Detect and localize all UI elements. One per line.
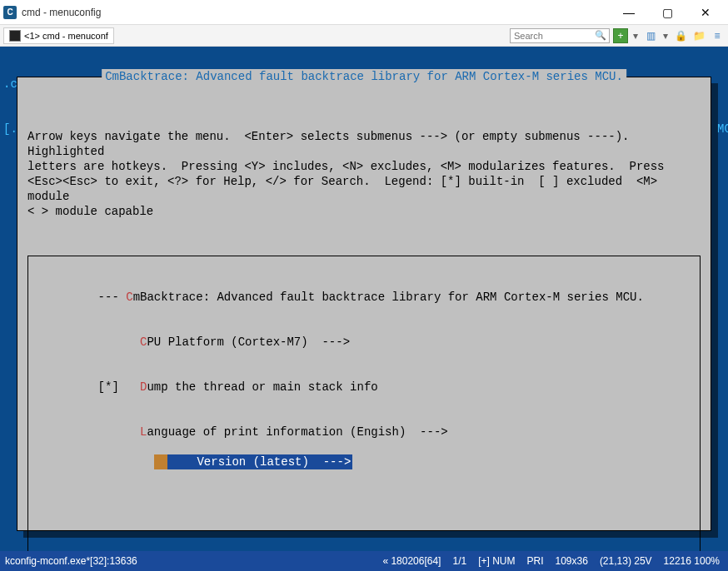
- status-seg: « 180206[64]: [379, 555, 444, 567]
- search-icon[interactable]: 🔍: [595, 30, 606, 41]
- tab-label: <1> cmd - menuconf: [24, 31, 108, 41]
- tab-cmd[interactable]: <1> cmd - menuconf: [3, 27, 114, 44]
- status-seg: 1/1: [449, 555, 470, 567]
- statusbar: kconfig-mconf.exe*[32]:13636 « 180206[64…: [0, 551, 728, 571]
- menu-item-dump[interactable]: [*] Dump the thread or main stack info: [35, 380, 693, 395]
- status-seg: [+] NUM: [475, 555, 518, 567]
- app-icon: C: [3, 6, 17, 19]
- menu-icon[interactable]: ≡: [710, 28, 725, 43]
- menu-item[interactable]: --- CmBacktrace: Advanced fault backtrac…: [35, 290, 693, 305]
- status-seg: 12216 100%: [661, 555, 723, 567]
- terminal: .config - RT-Thread Configuration [...] …: [0, 47, 728, 551]
- titlebar: C cmd - menuconfig — ▢ ✕: [0, 0, 728, 25]
- status-seg: (21,13) 25V: [596, 555, 656, 567]
- lock-icon[interactable]: 🔒: [673, 28, 688, 43]
- maximize-button[interactable]: ▢: [648, 0, 686, 25]
- status-seg: 109x36: [552, 555, 591, 567]
- add-button[interactable]: +: [613, 28, 628, 43]
- menu-list: --- CmBacktrace: Advanced fault backtrac…: [27, 256, 701, 551]
- search-wrap: 🔍: [510, 28, 610, 43]
- selection-marker: [154, 454, 167, 469]
- window-dropdown-icon[interactable]: ▾: [661, 28, 670, 43]
- window-title: cmd - menuconfig: [22, 7, 610, 18]
- dialog-box: CmBacktrace: Advanced fault backtrace li…: [17, 77, 711, 531]
- menu-item-version-selected[interactable]: Version (latest) --->: [91, 454, 352, 469]
- toolbar: <1> cmd - menuconf 🔍 + ▾ ▥ ▾ 🔒 📁 ≡: [0, 25, 728, 47]
- dialog-help-text: Arrow keys navigate the menu. <Enter> se…: [17, 122, 711, 222]
- close-button[interactable]: ✕: [686, 0, 725, 25]
- status-seg: PRI: [523, 555, 546, 567]
- dialog-title: CmBacktrace: Advanced fault backtrace li…: [102, 69, 626, 84]
- window-controls: — ▢ ✕: [610, 0, 725, 25]
- status-left: kconfig-mconf.exe*[32]:13636: [5, 555, 374, 567]
- window-icon[interactable]: ▥: [643, 28, 658, 43]
- minimize-button[interactable]: —: [610, 0, 648, 25]
- add-dropdown-icon[interactable]: ▾: [631, 28, 640, 43]
- menu-item-language[interactable]: Language of print information (Engish) -…: [35, 425, 693, 439]
- folder-icon[interactable]: 📁: [691, 28, 706, 43]
- console-icon: [9, 30, 21, 42]
- dialog: CmBacktrace: Advanced fault backtrace li…: [17, 77, 718, 538]
- menu-item-cpu[interactable]: CPU Platform (Cortex-M7) --->: [35, 335, 693, 350]
